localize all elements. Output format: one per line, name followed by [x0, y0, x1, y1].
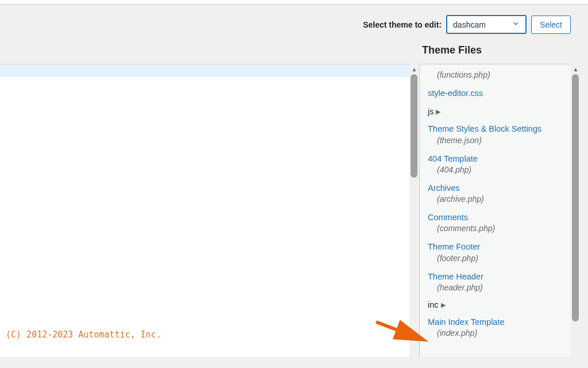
list-item[interactable]: 404 Template (404.php)	[420, 150, 571, 179]
list-item[interactable]: style-editor.css	[420, 84, 571, 103]
file-filename: (comments.php)	[437, 224, 563, 233]
file-filename: (footer.php)	[437, 254, 563, 263]
file-list-scroll-thumb[interactable]	[572, 74, 579, 321]
list-item[interactable]: Comments (comments.php)	[420, 208, 571, 237]
file-link[interactable]: Comments	[428, 212, 563, 223]
file-link[interactable]: Main Index Template	[428, 316, 563, 328]
chevron-right-icon: ▶	[441, 301, 446, 309]
scroll-up-arrow-icon[interactable]: ▲	[409, 64, 419, 74]
theme-selector-row: Select theme to edit: dashcam Select	[0, 5, 588, 42]
editor-code-text: (C) 2012-2023 Automattic, Inc.	[6, 329, 161, 340]
list-item[interactable]: Theme Header (header.php)	[420, 267, 571, 297]
folder-label: js	[428, 107, 434, 116]
editor-highlighted-line	[0, 64, 409, 77]
chevron-down-icon	[512, 20, 520, 29]
select-theme-label: Select theme to edit:	[363, 20, 442, 29]
select-button[interactable]: Select	[531, 16, 571, 34]
folder-item-inc[interactable]: inc ▶	[420, 297, 571, 313]
code-editor-panel[interactable]: (C) 2012-2023 Automattic, Inc. ▲	[0, 64, 409, 357]
editor-scrollbar[interactable]: ▲	[409, 64, 419, 358]
file-link[interactable]: style-editor.css	[428, 87, 563, 99]
file-list-scrollbar[interactable]: ▲	[571, 64, 581, 358]
folder-item-js[interactable]: js ▶	[420, 103, 571, 120]
file-link[interactable]: Theme Footer	[428, 241, 563, 252]
theme-select-value: dashcam	[453, 20, 486, 29]
list-item: (functions.php)	[420, 67, 571, 84]
main-content-area: Theme Files (C) 2012-2023 Automattic, In…	[0, 42, 588, 357]
folder-label: inc	[428, 300, 439, 309]
scroll-up-arrow-icon[interactable]: ▲	[571, 64, 581, 74]
theme-files-heading: Theme Files	[422, 44, 482, 56]
file-link[interactable]: Theme Styles & Block Settings	[428, 123, 563, 135]
file-filename: (404.php)	[437, 165, 563, 174]
editor-scroll-thumb[interactable]	[411, 74, 417, 178]
file-filename: (archive.php)	[437, 194, 563, 204]
file-link[interactable]: 404 Template	[428, 153, 563, 164]
chevron-right-icon: ▶	[436, 108, 440, 116]
file-link[interactable]: Theme Header	[428, 271, 563, 282]
list-item[interactable]: Archives (archive.php)	[420, 179, 571, 208]
file-filename: (index.php)	[437, 328, 563, 338]
theme-select-dropdown[interactable]: dashcam	[446, 15, 527, 34]
top-border	[0, 0, 588, 5]
list-item[interactable]: Theme Styles & Block Settings (theme.jso…	[420, 120, 571, 149]
theme-file-list: (functions.php) style-editor.css js ▶ Th…	[420, 64, 571, 344]
file-filename: (theme.json)	[437, 136, 563, 145]
file-filename: (header.php)	[437, 283, 563, 292]
list-item[interactable]: Main Index Template (index.php)	[420, 313, 571, 342]
file-list-panel: (functions.php) style-editor.css js ▶ Th…	[419, 64, 571, 357]
file-filename: (functions.php)	[437, 70, 563, 79]
file-link[interactable]: Archives	[428, 182, 563, 194]
list-item[interactable]: Theme Footer (footer.php)	[420, 237, 571, 267]
